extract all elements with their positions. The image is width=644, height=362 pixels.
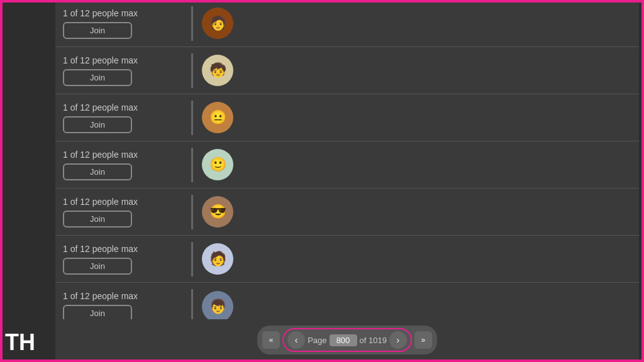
server-row: 1 of 12 people max Join 🧒	[55, 47, 639, 94]
page-ring-highlight: ‹ Page of 1019 ›	[282, 328, 412, 352]
avatar-2: 🧒	[202, 55, 233, 86]
avatar-1: 🧑	[202, 8, 233, 39]
divider-2	[191, 53, 193, 88]
divider-4	[191, 148, 193, 182]
server-info-2: 1 of 12 people max Join	[63, 55, 182, 86]
server-info-4: 1 of 12 people max Join	[63, 150, 182, 180]
pagination-outer: « ‹ Page of 1019 › »	[257, 326, 437, 354]
page-of-text: of 1019	[360, 336, 387, 345]
divider-7	[191, 289, 193, 319]
people-text-5: 1 of 12 people max	[63, 197, 182, 207]
server-row: 1 of 12 people max Join 🧑	[55, 236, 639, 283]
divider-6	[191, 242, 193, 277]
server-info-3: 1 of 12 people max Join	[63, 102, 182, 133]
server-row: 1 of 12 people max Join 🧑	[55, 0, 639, 47]
page-number-input[interactable]	[330, 334, 357, 346]
page-label: Page	[308, 336, 326, 345]
divider-5	[191, 195, 193, 229]
join-button-4[interactable]: Join	[63, 163, 132, 180]
pagination-bar: « ‹ Page of 1019 › »	[55, 319, 639, 362]
divider-1	[191, 6, 193, 41]
people-text-6: 1 of 12 people max	[63, 244, 182, 254]
server-info-6: 1 of 12 people max Join	[63, 244, 182, 275]
avatar-7: 👦	[202, 291, 233, 320]
join-button-7[interactable]: Join	[63, 305, 132, 319]
people-text-3: 1 of 12 people max	[63, 102, 182, 112]
server-row: 1 of 12 people max Join 👦	[55, 283, 639, 319]
people-text-2: 1 of 12 people max	[63, 55, 182, 65]
server-info-5: 1 of 12 people max Join	[63, 197, 182, 228]
divider-3	[191, 101, 193, 135]
join-button-1[interactable]: Join	[63, 22, 132, 39]
join-button-3[interactable]: Join	[63, 116, 132, 133]
server-row: 1 of 12 people max Join 😐	[55, 94, 639, 141]
main-content: 1 of 12 people max Join 🧑 1 of 12 people…	[55, 0, 639, 362]
server-list: 1 of 12 people max Join 🧑 1 of 12 people…	[55, 0, 639, 319]
skip-next-button[interactable]: »	[414, 331, 432, 349]
next-page-button[interactable]: ›	[389, 331, 407, 349]
avatar-4: 🙂	[202, 149, 233, 180]
people-text-1: 1 of 12 people max	[63, 8, 182, 18]
server-row: 1 of 12 people max Join 😎	[55, 189, 639, 236]
join-button-2[interactable]: Join	[63, 69, 132, 86]
skip-prev-button[interactable]: «	[262, 331, 280, 349]
people-text-4: 1 of 12 people max	[63, 150, 182, 160]
watermark: TH	[5, 329, 35, 356]
server-info-1: 1 of 12 people max Join	[63, 8, 182, 39]
prev-page-button[interactable]: ‹	[287, 331, 305, 349]
server-info-7: 1 of 12 people max Join	[63, 291, 182, 319]
join-button-5[interactable]: Join	[63, 211, 132, 228]
server-row: 1 of 12 people max Join 🙂	[55, 141, 639, 189]
avatar-3: 😐	[202, 102, 233, 133]
people-text-7: 1 of 12 people max	[63, 291, 182, 301]
avatar-6: 🧑	[202, 243, 233, 275]
join-button-6[interactable]: Join	[63, 258, 132, 275]
avatar-5: 😎	[202, 196, 233, 228]
